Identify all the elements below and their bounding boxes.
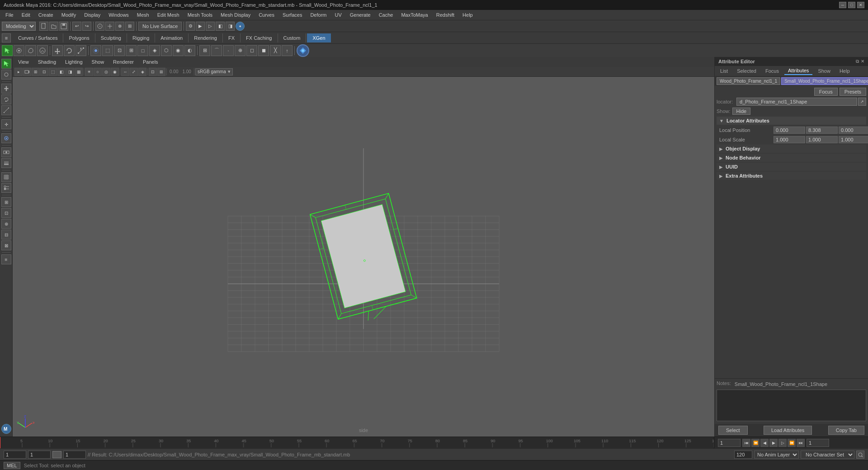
vp-menu-show[interactable]: Show [90, 58, 106, 66]
snap-curve-btn[interactable]: ⌒ [211, 45, 222, 56]
vp-frame-sel-btn[interactable]: ⊞ [157, 68, 165, 76]
vp-shaded2-btn[interactable]: ◨ [66, 68, 74, 76]
select-tool-btn[interactable] [2, 45, 13, 56]
soft-select-btn[interactable] [90, 45, 101, 56]
rotate-mode-btn[interactable] [1, 94, 11, 104]
live-surface-btn[interactable]: No Live Surface [138, 22, 182, 31]
left-btn-extra1[interactable]: ⊞ [1, 197, 11, 207]
autokey-btn[interactable] [856, 451, 864, 459]
snap-btn3[interactable]: ⊕ [115, 22, 124, 31]
menu-mesh-tools[interactable]: Mesh Tools [184, 11, 216, 19]
module-custom[interactable]: Custom [278, 33, 307, 42]
script-mode[interactable]: MEL [4, 462, 20, 469]
vp-wire-btn[interactable]: ⬚ [49, 68, 57, 76]
node-nav-item1[interactable]: Wood_Photo_Frame_ncl1_1 [717, 77, 780, 85]
play-btn[interactable]: ▶ [769, 439, 778, 447]
component-btn2[interactable]: ⊡ [114, 45, 125, 56]
render3-btn[interactable]: ◨ [226, 22, 235, 31]
vp-menu-panels[interactable]: Panels [141, 58, 160, 66]
menu-maxtomaya[interactable]: MaxToMaya [397, 11, 431, 19]
next-key-btn[interactable]: ▷ [778, 439, 787, 447]
snap-live-btn[interactable]: ◻ [246, 45, 257, 56]
module-menu-btn[interactable]: ≡ [2, 33, 11, 42]
extra-attrs-section[interactable]: ▶ Extra Attributes [717, 172, 866, 180]
tab-selected[interactable]: Selected [733, 67, 760, 75]
vp-camera-btn[interactable] [23, 68, 31, 76]
attr-load-btn[interactable]: Load Attributes [764, 426, 812, 435]
vp-snap2-btn[interactable]: ⊡ [40, 68, 48, 76]
select-mode-btn[interactable] [1, 59, 11, 69]
play-start-btn[interactable]: ⏮ [742, 439, 750, 447]
left-btn-extra4[interactable]: ⊟ [1, 230, 11, 240]
range-start2-input[interactable] [28, 451, 51, 459]
attr-copy-btn[interactable]: Copy Tab [828, 426, 864, 435]
tab-list[interactable]: List [717, 67, 731, 75]
frame-field-input[interactable] [807, 439, 829, 447]
scale-mode-btn[interactable] [1, 105, 11, 115]
local-pos-z[interactable] [839, 127, 868, 134]
module-polygons[interactable]: Polygons [63, 33, 95, 42]
char-set-select[interactable]: No Character Set [801, 451, 854, 459]
attr-close-btn[interactable]: ✕ [861, 59, 864, 64]
undo-btn[interactable]: ↩ [72, 22, 81, 31]
snap-surface-btn[interactable]: ◼ [258, 45, 269, 56]
menu-redshift[interactable]: Redshift [433, 11, 458, 19]
hypershade-btn[interactable]: ● [236, 22, 245, 31]
paint-select-btn[interactable] [14, 45, 24, 56]
component-btn1[interactable]: ⬚ [102, 45, 113, 56]
scale-tool-btn[interactable] [75, 45, 86, 56]
maximize-btn[interactable]: □ [848, 2, 855, 8]
paint-mode-btn[interactable] [1, 70, 11, 80]
vp-menu-lighting[interactable]: Lighting [63, 58, 85, 66]
module-rendering[interactable]: Rendering [189, 33, 223, 42]
local-scale-z[interactable] [839, 136, 868, 143]
module-sculpting[interactable]: Sculpting [95, 33, 127, 42]
notes-textarea[interactable] [717, 390, 866, 421]
local-scale-x[interactable] [774, 136, 805, 143]
vp-light2-btn[interactable]: ○ [94, 68, 102, 76]
snap-edge-btn[interactable]: ╳ [270, 45, 281, 56]
range-end-input[interactable] [734, 451, 752, 459]
scene-area[interactable]: X Y Z side [13, 77, 714, 437]
prev-frame-btn[interactable]: ⏪ [751, 439, 760, 447]
prev-key-btn[interactable]: ◀ [760, 439, 769, 447]
snap-point-btn[interactable]: · [223, 45, 234, 56]
current-frame-input[interactable] [718, 439, 741, 447]
object-display-section[interactable]: ▶ Object Display [717, 145, 866, 153]
vp-light1-btn[interactable]: ☀ [85, 68, 93, 76]
module-curves-surfaces[interactable]: Curves / Surfaces [13, 33, 63, 42]
menu-mesh[interactable]: Mesh [133, 11, 153, 19]
menu-generate[interactable]: Generate [346, 11, 374, 19]
vp-light3-btn[interactable]: ◎ [102, 68, 110, 76]
left-btn-extra5[interactable]: ⊠ [1, 240, 11, 250]
left-btn-extra6[interactable]: ≡ [1, 254, 11, 264]
range-val-input[interactable] [63, 451, 86, 459]
module-rigging[interactable]: Rigging [127, 33, 155, 42]
vp-menu-view[interactable]: View [16, 58, 31, 66]
vp-menu-shading[interactable]: Shading [36, 58, 58, 66]
local-scale-y[interactable] [806, 136, 838, 143]
attribute-btn[interactable] [1, 183, 11, 193]
anim-layer-select[interactable]: No Anim Layer [754, 451, 799, 459]
component-btn3[interactable]: ⊞ [126, 45, 137, 56]
local-pos-y[interactable] [806, 127, 838, 134]
minimize-btn[interactable]: ─ [839, 2, 846, 8]
render2-btn[interactable]: ◧ [216, 22, 225, 31]
vp-texture-btn[interactable]: ▦ [75, 68, 83, 76]
component-btn6[interactable]: ⬡ [161, 45, 172, 56]
rotate-tool-btn[interactable] [64, 45, 75, 56]
universal-manip-btn[interactable]: ✛ [1, 119, 11, 129]
locator-link-btn[interactable]: ↗ [858, 98, 866, 106]
vp-select-btn[interactable]: ▸ [14, 68, 23, 76]
focus-btn[interactable]: Focus [814, 88, 838, 96]
vp-isolate-btn[interactable]: ◈ [138, 68, 146, 76]
menu-edit-mesh[interactable]: Edit Mesh [154, 11, 183, 19]
close-btn[interactable]: ✕ [857, 2, 864, 8]
module-fx-caching[interactable]: FX Caching [241, 33, 278, 42]
timeline-ticks[interactable] [0, 437, 714, 448]
snap-normal-btn[interactable]: ↑ [282, 45, 292, 56]
left-btn-extra2[interactable]: ⊡ [1, 208, 11, 218]
menu-mesh-display[interactable]: Mesh Display [217, 11, 254, 19]
presets-btn[interactable]: Presets [840, 88, 866, 96]
play-end-btn[interactable]: ⏭ [797, 439, 805, 447]
